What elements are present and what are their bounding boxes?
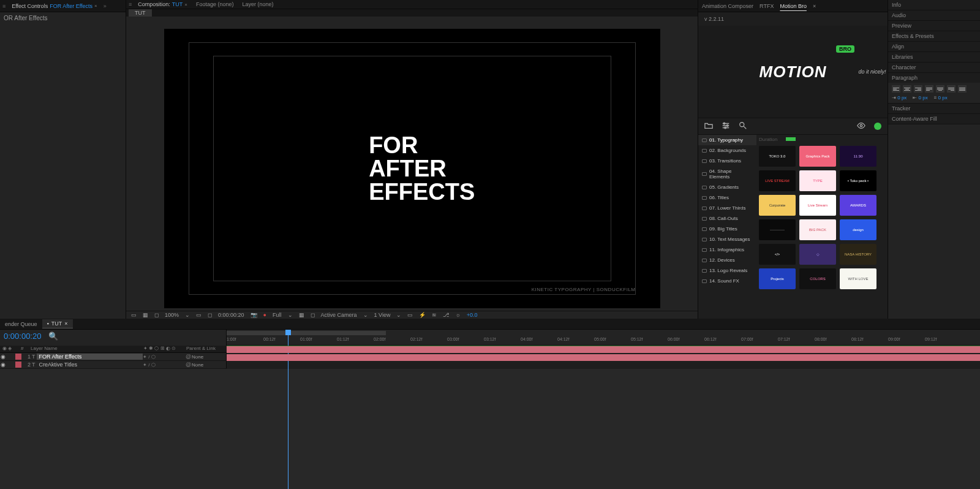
justify-center-icon[interactable] (936, 85, 944, 93)
close-icon[interactable]: × (94, 3, 97, 9)
sub-tab-tut[interactable]: TUT (129, 9, 152, 17)
comp-flowchart-icon[interactable]: ⎇ (443, 312, 449, 318)
panel-header[interactable]: Align (888, 42, 980, 51)
category-item[interactable]: 09. Big Titles (698, 224, 756, 234)
panel-header[interactable]: Audio (888, 10, 980, 20)
preset-thumbnail[interactable]: NASA HISTORY (840, 244, 876, 265)
layer-name[interactable]: FOR After Effects (37, 354, 143, 360)
col-layer-name[interactable]: Layer Name (28, 346, 141, 352)
category-item[interactable]: 05. Gradients (698, 182, 756, 192)
lock-icon[interactable] (8, 362, 14, 368)
justify-left-icon[interactable] (925, 85, 933, 93)
time-ruler[interactable]: 1:00f00:12f01:00f01:12f02:00f02:12f03:00… (227, 330, 980, 346)
mask-icon[interactable]: ◻ (154, 312, 159, 318)
category-item[interactable]: 12. Devices (698, 255, 756, 265)
quality-dropdown[interactable]: Full (273, 312, 282, 318)
layer-row[interactable]: ◉2TCreAktive Titles✦ / ⬡@None (0, 361, 227, 368)
work-area-bar[interactable] (227, 331, 386, 335)
tab-footage[interactable]: Footage (none) (194, 0, 236, 9)
preset-thumbnail[interactable]: Corporate (759, 195, 796, 216)
preset-thumbnail[interactable]: Live Stream (799, 195, 836, 216)
views-dropdown[interactable]: 1 View (374, 312, 391, 318)
tab-composition[interactable]: Composition: TUT × (135, 0, 190, 9)
category-item[interactable]: 10. Text Messages (698, 234, 756, 245)
composition-viewer[interactable]: FOR AFTER EFFECTS KINETIC TYPOGRAPHY | S… (126, 17, 698, 311)
folder-icon[interactable] (704, 121, 713, 131)
indent-left-value[interactable]: 0 px (897, 95, 907, 100)
exposure-value[interactable]: +0.0 (467, 312, 478, 318)
visibility-icon[interactable]: ◉ (1, 354, 7, 360)
preset-thumbnail[interactable]: ———— (759, 219, 796, 240)
preset-thumbnail[interactable]: TOKO 3.0 (759, 146, 796, 167)
chevron-down-icon[interactable]: ⌄ (396, 312, 401, 318)
panel-header[interactable]: Info (888, 0, 980, 10)
eye-icon[interactable] (857, 121, 865, 131)
panel-header[interactable]: Content-Aware Fill (888, 114, 980, 124)
transparency-icon[interactable]: ▦ (299, 312, 304, 318)
parent-pickwhip-icon[interactable]: @ (186, 362, 192, 368)
view-3d-icon[interactable]: ◻ (311, 312, 315, 318)
exposure-reset-icon[interactable]: ☼ (455, 312, 460, 318)
viewer-timecode[interactable]: 0:00:00:20 (218, 312, 244, 318)
preset-thumbnail[interactable]: 11:30 (840, 146, 876, 167)
col-parent[interactable]: Parent & Link (184, 346, 227, 352)
close-icon[interactable]: × (184, 2, 187, 7)
layer-switches[interactable]: ✦ / ⬡ (143, 354, 186, 360)
layer-name[interactable]: CreAktive Titles (37, 362, 143, 368)
tab-effect-controls[interactable]: Effect Controls FOR After Effects × (9, 2, 99, 10)
tab-rtfx[interactable]: RTFX (760, 3, 774, 9)
justify-all-icon[interactable] (958, 85, 967, 93)
preset-thumbnail[interactable]: </> (759, 244, 796, 265)
align-center-icon[interactable] (903, 85, 911, 93)
category-item[interactable]: 06. Titles (698, 192, 756, 203)
preset-thumbnail[interactable]: LIVE STREAM (759, 170, 796, 191)
pixel-aspect-icon[interactable]: ▭ (407, 312, 413, 318)
category-item[interactable]: 02. Backgrounds (698, 145, 756, 156)
preset-thumbnail[interactable]: design (840, 219, 876, 240)
grid-icon[interactable]: ▦ (143, 312, 148, 318)
category-item[interactable]: 08. Call-Outs (698, 213, 756, 224)
preset-thumbnail[interactable]: AWARDS (840, 195, 876, 216)
parent-dropdown[interactable]: None (192, 354, 226, 360)
chevron-down-icon[interactable]: ⌄ (363, 312, 368, 318)
chevron-down-icon[interactable]: ⌄ (185, 312, 190, 318)
snapshot-icon[interactable]: 📷 (251, 312, 257, 318)
visibility-icon[interactable]: ◉ (1, 362, 7, 368)
panel-header[interactable]: Libraries (888, 52, 980, 62)
tab-render-queue[interactable]: ender Queue (0, 320, 42, 328)
settings-icon[interactable] (722, 121, 730, 131)
timeline-tracks[interactable] (227, 346, 980, 369)
chevron-down-icon[interactable]: ⌄ (288, 312, 293, 318)
preset-thumbnail[interactable]: TYPE (799, 170, 836, 191)
panel-header[interactable]: Tracker (888, 104, 980, 113)
preset-thumbnail[interactable]: Graphics Pack (799, 146, 836, 167)
duration-filter[interactable]: Duration (756, 135, 888, 143)
panel-menu-icon[interactable]: ≡ (129, 1, 132, 7)
align-right-icon[interactable] (914, 85, 922, 93)
category-item[interactable]: 13. Logo Reveals (698, 265, 756, 276)
preset-thumbnail[interactable]: • Toko pack • (840, 170, 876, 191)
chevron-right-icon[interactable]: » (104, 3, 107, 9)
channel-icon[interactable]: ● (263, 312, 266, 318)
layer-switches[interactable]: ✦ / ⬡ (143, 362, 186, 368)
tab-motion-bro[interactable]: Motion Bro (780, 3, 807, 9)
camera-dropdown[interactable]: Active Camera (321, 312, 357, 318)
parent-pickwhip-icon[interactable]: @ (186, 354, 192, 360)
preset-thumbnail[interactable]: BIG PACK (799, 219, 836, 240)
layer-row[interactable]: ◉1TFOR After Effects✦ / ⬡@None (0, 353, 227, 360)
panel-menu-icon[interactable]: ≡ (2, 3, 6, 9)
category-item[interactable]: 01. Typography (698, 135, 756, 145)
category-item[interactable]: 14. Sound FX (698, 276, 756, 286)
category-item[interactable]: 11. Infographics (698, 245, 756, 255)
status-dot-icon[interactable] (874, 123, 881, 130)
layer-duration-bar[interactable] (227, 346, 980, 353)
panel-header[interactable]: Effects & Presets (888, 31, 980, 41)
magnify-icon[interactable]: ▭ (131, 312, 137, 318)
category-item[interactable]: 03. Transitions (698, 156, 756, 166)
preset-thumbnail[interactable]: ◇ (799, 244, 836, 265)
roi-icon[interactable]: ◻ (208, 312, 212, 318)
close-icon[interactable]: × (813, 3, 816, 9)
preset-thumbnail[interactable]: COLORS (799, 268, 836, 289)
zoom-value[interactable]: 100% (165, 312, 179, 318)
search-icon[interactable] (739, 121, 747, 131)
